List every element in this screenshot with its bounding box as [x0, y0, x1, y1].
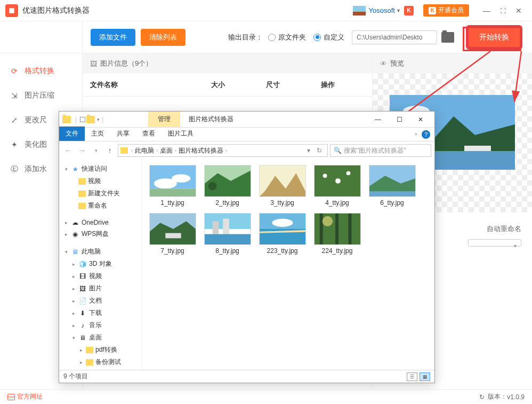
k-badge-icon[interactable]: K	[404, 6, 414, 15]
file-item[interactable]: 2_tty.jpg	[202, 165, 253, 207]
svg-rect-12	[150, 189, 196, 197]
breadcrumb-dropdown[interactable]: ▾	[304, 147, 313, 154]
explorer-titlebar[interactable]: | ▾ | 管理 图片格式转换器 ― ☐ ✕	[59, 112, 434, 128]
tree-node[interactable]: ▸🧊3D 对象	[59, 258, 141, 270]
official-site-link[interactable]: .com 官方网址	[7, 392, 43, 401]
tree-label: 下载	[89, 308, 102, 318]
ribbon-tab[interactable]: 图片工具	[162, 126, 200, 141]
folder-icon	[120, 147, 128, 154]
nav-history-caret[interactable]: ▾	[90, 148, 102, 153]
view-thumbs-icon[interactable]: ▦	[420, 373, 430, 381]
add-file-button[interactable]: 添加文件	[91, 29, 135, 46]
browse-folder-icon[interactable]	[441, 32, 454, 43]
explorer-tree[interactable]: ▾★快速访问视频新建文件夹重命名▸☁OneDrive▸◉WPS网盘▾🖥此电脑▸🧊…	[59, 160, 142, 370]
user-name[interactable]: Yososoft	[369, 6, 395, 14]
tree-node[interactable]: ▸♪音乐	[59, 319, 141, 331]
radio-source-folder[interactable]: 原文件夹	[268, 33, 306, 42]
user-dropdown-caret[interactable]: ▾	[397, 7, 400, 13]
tree-node[interactable]: ▾🖥桌面	[59, 331, 141, 344]
rename-select[interactable]	[468, 239, 521, 247]
tree-node[interactable]: 新建文件夹	[59, 187, 141, 200]
wps-icon: ◉	[71, 231, 79, 238]
ribbon-tab[interactable]: 主页	[85, 126, 110, 141]
ribbon-tab[interactable]: 文件	[59, 126, 85, 141]
explorer-minimize[interactable]: ―	[367, 116, 389, 123]
output-path-input[interactable]: C:\Users\admin\Deskto	[352, 30, 437, 44]
tree-node[interactable]: ▸◉WPS网盘	[59, 228, 141, 240]
breadcrumb-segment[interactable]: 图片格式转换器	[176, 146, 225, 155]
expand-icon[interactable]: ▸	[71, 298, 76, 304]
tree-node[interactable]: 重命名	[59, 200, 141, 212]
expand-icon[interactable]: ▾	[63, 249, 69, 255]
sidebar-item-1[interactable]: ⇲图片压缩	[0, 83, 82, 108]
file-item[interactable]: 6_tty.jpg	[367, 165, 417, 207]
explorer-maximize[interactable]: ☐	[389, 116, 410, 123]
maximize-button[interactable]: ⛶	[495, 7, 511, 14]
title-bar: 优速图片格式转换器 Yososoft ▾ K K 开通会员 ― ⛶ ✕	[0, 0, 532, 21]
explorer-files[interactable]: 1_tty.jpg2_tty.jpg3_tty.jpg4_tty.jpg6_tt…	[142, 160, 434, 370]
expand-icon[interactable]: ▸	[63, 232, 69, 237]
tree-node[interactable]: ▸🎞视频	[59, 270, 141, 282]
expand-icon[interactable]: ▸	[78, 347, 84, 353]
help-icon[interactable]: ?	[422, 130, 430, 139]
tree-node[interactable]: ▾🖥此电脑	[59, 245, 141, 258]
user-avatar[interactable]	[353, 6, 366, 15]
tree-node[interactable]: ▸pdf转换	[59, 344, 141, 356]
minimize-button[interactable]: ―	[479, 6, 495, 15]
nav-label: 添加水	[25, 164, 47, 174]
tree-node[interactable]: ▸🖼图片	[59, 282, 141, 295]
nav-back[interactable]: ←	[62, 146, 74, 155]
nav-forward[interactable]: →	[76, 146, 88, 155]
expand-icon[interactable]: ▸	[71, 286, 76, 291]
explorer-close[interactable]: ✕	[410, 116, 431, 123]
file-item[interactable]: 7_tty.jpg	[147, 213, 198, 255]
tree-node[interactable]: ▸📄文档	[59, 295, 141, 307]
file-item[interactable]: 4_tty.jpg	[312, 165, 362, 207]
file-item[interactable]: 223_tty.jpg	[257, 213, 308, 255]
svg-rect-38	[335, 213, 338, 244]
tree-label: 新建文件夹	[88, 189, 120, 198]
folder-icon	[78, 191, 86, 197]
expand-icon[interactable]: ▸	[78, 360, 84, 365]
file-item[interactable]: 224_tty.jpg	[312, 213, 362, 255]
file-item[interactable]: 1_tty.jpg	[147, 165, 198, 207]
breadcrumb-caret[interactable]: ›	[225, 148, 227, 153]
expand-icon[interactable]: ▸	[71, 262, 76, 267]
vip-button[interactable]: K 开通会员	[423, 4, 469, 17]
ribbon-collapse-icon[interactable]: ˅	[415, 133, 417, 139]
expand-icon[interactable]: ▸	[71, 274, 76, 279]
expand-icon[interactable]: ▸	[71, 311, 76, 316]
svg-point-11	[172, 174, 190, 182]
expand-icon[interactable]: ▸	[63, 220, 69, 225]
tree-node[interactable]: ▸⬇下载	[59, 307, 141, 319]
radio-custom-folder[interactable]: 自定义	[313, 33, 344, 42]
file-item[interactable]: 3_tty.jpg	[257, 165, 308, 207]
manage-tab[interactable]: 管理	[148, 112, 180, 127]
close-button[interactable]: ✕	[511, 6, 527, 15]
site-icon: .com	[7, 394, 15, 400]
file-thumbnail	[314, 165, 361, 197]
expand-icon[interactable]: ▾	[63, 167, 69, 172]
nav-up[interactable]: ↑	[104, 146, 116, 155]
clear-list-button[interactable]: 清除列表	[141, 29, 186, 46]
sidebar-item-0[interactable]: ⟳格式转换	[0, 59, 82, 83]
desk-icon: 🖥	[78, 334, 87, 342]
tree-node[interactable]: ▸备份测试	[59, 356, 141, 368]
tree-node[interactable]: 视频	[59, 175, 141, 187]
view-details-icon[interactable]: ☰	[407, 373, 417, 381]
checkbox-icon[interactable]	[80, 117, 85, 122]
refresh-icon[interactable]: ↻	[479, 393, 485, 401]
tree-node[interactable]: ▸☁OneDrive	[59, 217, 141, 228]
breadcrumb-refresh[interactable]: ↻	[313, 147, 325, 154]
expand-icon[interactable]: ▸	[71, 323, 76, 328]
breadcrumb-bar[interactable]: › 此电脑›桌面›图片格式转换器›▾↻	[118, 144, 328, 157]
file-item[interactable]: 8_tty.jpg	[202, 213, 253, 255]
explorer-search[interactable]: 🔍 搜索"图片格式转换器"	[330, 144, 431, 157]
start-convert-button[interactable]: 开始转换	[467, 26, 521, 49]
breadcrumb-segment[interactable]: 此电脑	[133, 146, 156, 155]
ribbon-tab[interactable]: 共享	[110, 126, 136, 141]
ribbon-tab[interactable]: 查看	[136, 126, 162, 141]
expand-icon[interactable]: ▾	[71, 335, 76, 340]
breadcrumb-segment[interactable]: 桌面	[158, 146, 175, 155]
tree-node[interactable]: ▾★快速访问	[59, 163, 141, 175]
